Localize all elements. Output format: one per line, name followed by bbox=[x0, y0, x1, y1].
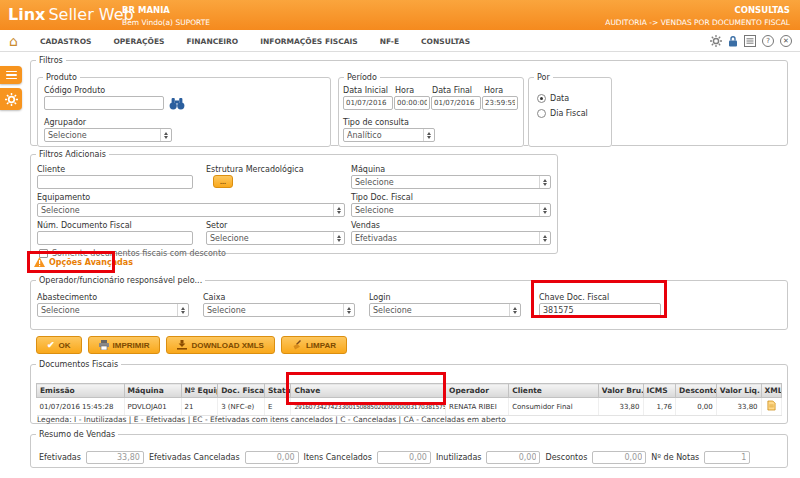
logo-linx: Linx bbox=[8, 5, 45, 24]
action-buttons: ✔ OK IMPRIMIR DOWNLOAD XMLS LIMPAR bbox=[36, 336, 347, 354]
abastecimento-select[interactable]: Selecione bbox=[37, 303, 189, 317]
maquina-select[interactable]: Selecione bbox=[351, 175, 551, 189]
column-header-chave[interactable]: Chave bbox=[291, 384, 446, 398]
column-header-desconto[interactable]: Desconto bbox=[676, 384, 717, 398]
data-inicial-input[interactable] bbox=[343, 96, 393, 110]
updown-arrow-icon bbox=[333, 204, 344, 216]
close-icon[interactable]: ✕ bbox=[780, 35, 792, 47]
updown-arrow-icon bbox=[423, 129, 434, 141]
imprimir-button[interactable]: IMPRIMIR bbox=[88, 336, 161, 354]
caixa-select[interactable]: Selecione bbox=[203, 303, 355, 317]
cell-status: E bbox=[264, 398, 290, 416]
welcome-text: Bem Vindo(a) SUPORTE bbox=[122, 18, 210, 27]
efetivadas-value bbox=[86, 451, 144, 464]
help-icon[interactable]: ? bbox=[762, 35, 774, 47]
abastecimento-label: Abastecimento bbox=[37, 293, 97, 302]
cell-valor-liq: 33,80 bbox=[716, 398, 761, 416]
nav-item-consultas[interactable]: CONSULTAS bbox=[421, 37, 470, 46]
ok-button[interactable]: ✔ OK bbox=[36, 336, 82, 354]
cell-maquina: PDVLOJA01 bbox=[124, 398, 181, 416]
num-doc-fiscal-input[interactable] bbox=[37, 231, 193, 245]
app-logo: LinxSeller Web bbox=[8, 5, 134, 24]
inutilizadas-value bbox=[486, 451, 540, 464]
column-header-status[interactable]: Status bbox=[264, 384, 290, 398]
company-name: BR MANIA bbox=[122, 5, 210, 15]
estrutura-mercadologica-button[interactable]: ... bbox=[213, 175, 233, 188]
updown-arrow-icon bbox=[539, 176, 550, 188]
hora-inicial-label: Hora bbox=[395, 86, 414, 95]
efetivadas-canceladas-label: Efetivadas Canceladas bbox=[149, 453, 240, 462]
table-row[interactable]: 01/07/2016 15:45:28 PDVLOJA01 21 3 (NFC-… bbox=[37, 398, 782, 416]
download-xmls-button[interactable]: DOWNLOAD XMLS bbox=[166, 336, 274, 354]
hora-final-input[interactable] bbox=[482, 96, 518, 110]
binoculars-search-icon[interactable] bbox=[169, 97, 185, 110]
section-title: CONSULTAS bbox=[605, 5, 790, 15]
filters-fieldset: Filtros Produto Código Produto Agrupador… bbox=[30, 56, 788, 146]
nav-item-informacoes-fiscais[interactable]: INFORMAÇÕES FISCAIS bbox=[260, 37, 357, 46]
column-header-cliente[interactable]: Cliente bbox=[509, 384, 599, 398]
cell-desconto: 0,00 bbox=[676, 398, 717, 416]
tipo-doc-fiscal-label: Tipo Doc. Fiscal bbox=[351, 193, 413, 202]
column-header-n-equip[interactable]: Nº Equip. bbox=[181, 384, 218, 398]
cell-doc-fiscal: 3 (NFC-e) bbox=[218, 398, 265, 416]
column-header-operador[interactable]: Operador bbox=[446, 384, 509, 398]
apps-list-icon[interactable] bbox=[744, 35, 756, 47]
column-header-valor-liq[interactable]: Valor Liq. bbox=[716, 384, 761, 398]
sidebar-menu-button[interactable] bbox=[0, 66, 22, 84]
equipamento-select[interactable]: Selecione bbox=[37, 203, 345, 217]
gear-icon bbox=[5, 93, 18, 106]
cell-emissao: 01/07/2016 15:45:28 bbox=[37, 398, 125, 416]
updown-arrow-icon bbox=[160, 129, 171, 141]
cell-icms: 1,76 bbox=[643, 398, 676, 416]
estrutura-mercadologica-label: Estrutura Mercadológica bbox=[206, 165, 304, 174]
setor-select[interactable]: Selecione bbox=[206, 231, 345, 245]
window-icons: ? ✕ bbox=[710, 30, 792, 52]
lock-icon[interactable] bbox=[728, 35, 738, 47]
column-header-valor-bru[interactable]: Valor Bru. bbox=[598, 384, 643, 398]
vendas-select[interactable]: Efetivadas bbox=[351, 231, 551, 245]
por-group: Por Data Dia Fiscal bbox=[528, 73, 612, 147]
nav-item-operacoes[interactable]: OPERAÇÕES bbox=[113, 37, 164, 46]
updown-arrow-icon bbox=[333, 232, 344, 244]
chave-doc-fiscal-input[interactable] bbox=[539, 303, 661, 317]
nav-item-cadastros[interactable]: CADASTROS bbox=[40, 37, 91, 46]
chave-doc-fiscal-label: Chave Doc. Fiscal bbox=[539, 293, 609, 302]
column-header-emissao[interactable]: Emissão bbox=[37, 384, 125, 398]
column-header-icms[interactable]: ICMS bbox=[643, 384, 676, 398]
home-icon[interactable]: ⌂ bbox=[9, 32, 18, 50]
xml-file-icon[interactable] bbox=[767, 400, 776, 411]
login-select[interactable]: Selecione bbox=[369, 303, 521, 317]
codigo-produto-input[interactable] bbox=[44, 96, 164, 110]
radio-dia-fiscal[interactable]: Dia Fiscal bbox=[537, 109, 588, 118]
agrupador-select[interactable]: Selecione bbox=[44, 128, 172, 142]
efetivadas-label: Efetivadas bbox=[39, 453, 81, 462]
maquina-label: Máquina bbox=[351, 165, 385, 174]
limpar-button[interactable]: LIMPAR bbox=[281, 336, 347, 354]
column-header-maquina[interactable]: Máquina bbox=[124, 384, 181, 398]
num-doc-fiscal-label: Núm. Documento Fiscal bbox=[37, 221, 132, 230]
caixa-label: Caixa bbox=[203, 293, 225, 302]
sidebar-settings-button[interactable] bbox=[0, 88, 22, 110]
column-header-xml[interactable]: XML bbox=[761, 384, 781, 398]
logo-seller: Seller Web bbox=[48, 5, 133, 24]
table-header-row: Emissão Máquina Nº Equip. Doc. Fiscal St… bbox=[37, 384, 782, 398]
radio-icon bbox=[537, 94, 546, 103]
hora-inicial-input[interactable] bbox=[394, 96, 430, 110]
breadcrumb: AUDITORIA -> VENDAS POR DOCUMENTO FISCAL bbox=[605, 18, 790, 27]
radio-data[interactable]: Data bbox=[537, 94, 569, 103]
broom-icon bbox=[292, 340, 302, 350]
column-header-doc-fiscal[interactable]: Doc. Fiscal bbox=[218, 384, 265, 398]
opcoes-avancadas-link[interactable]: Opções Avançadas bbox=[34, 257, 133, 267]
nav-item-nfe[interactable]: NF-E bbox=[380, 37, 399, 46]
top-bar: LinxSeller Web BR MANIA Bem Vindo(a) SUP… bbox=[0, 0, 800, 30]
cliente-input[interactable] bbox=[37, 175, 193, 189]
data-final-input[interactable] bbox=[431, 96, 481, 110]
tipo-consulta-select[interactable]: Analítico bbox=[343, 128, 435, 142]
nav-item-financeiro[interactable]: FINANCEIRO bbox=[186, 37, 238, 46]
tipo-doc-fiscal-select[interactable]: Selecione bbox=[351, 203, 551, 217]
status-legend-text: Legenda: I - Inutilizadas | E - Efetivad… bbox=[37, 415, 506, 424]
periodo-group: Período Data Inicial Hora Data Final Hor… bbox=[338, 73, 524, 147]
gear-icon[interactable] bbox=[710, 35, 722, 47]
documentos-fieldset: Documentos Fiscais Emissão Máquina Nº Eq… bbox=[30, 360, 788, 424]
codigo-produto-label: Código Produto bbox=[44, 86, 105, 95]
